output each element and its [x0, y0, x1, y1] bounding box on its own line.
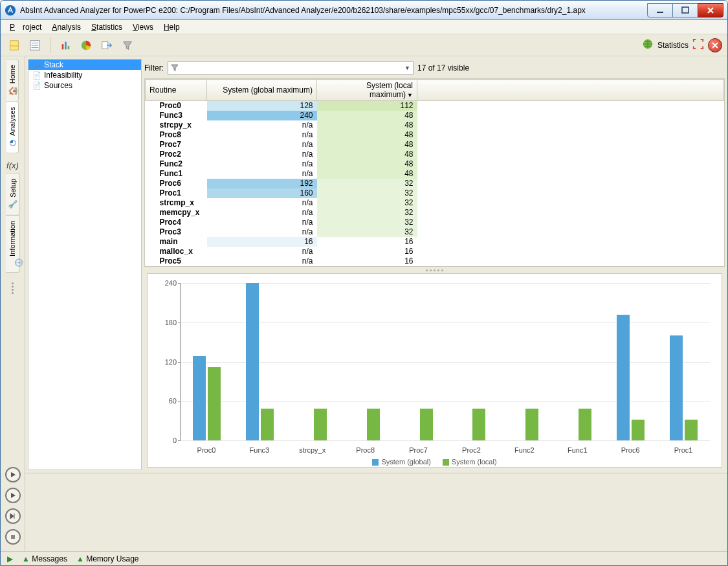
globe-icon: [642, 38, 654, 52]
table-row[interactable]: Proc5n/a16: [146, 256, 724, 266]
table-row[interactable]: memcpy_xn/a32: [146, 208, 724, 218]
cell-local: 112: [317, 101, 417, 111]
table-row[interactable]: Func1n/a48: [146, 169, 724, 179]
menu-help[interactable]: Help: [160, 21, 184, 33]
header-local[interactable]: System (local maximum)▼: [317, 80, 417, 101]
cell-local: 32: [317, 218, 417, 227]
doc-icon: 📄: [32, 81, 41, 90]
cell-routine: Proc0: [146, 101, 207, 111]
bar-global: [193, 356, 206, 440]
svg-rect-7: [65, 41, 67, 49]
cell-routine: Proc4: [146, 218, 207, 227]
table-row[interactable]: Func324048: [146, 111, 724, 120]
status-memory[interactable]: ▲ Memory Usage: [76, 554, 139, 563]
menu-analysis[interactable]: Analysis: [48, 21, 85, 33]
table-row[interactable]: Proc2n/a48: [146, 150, 724, 159]
menu-views[interactable]: Views: [129, 21, 157, 33]
cell-routine: Func1: [146, 169, 207, 179]
table-row[interactable]: strcpy_xn/a48: [146, 120, 724, 130]
cell-routine: main: [146, 237, 207, 247]
rail-tab-analyses[interactable]: ◔Analyses: [6, 101, 19, 153]
bar-group: [657, 283, 710, 440]
cell-global: n/a: [207, 140, 317, 150]
tree-label: Sources: [44, 81, 72, 90]
x-axis-labels: Proc0Func3strcpy_xProc8Proc7Proc2Func2Fu…: [180, 446, 710, 454]
tool-barchart-icon[interactable]: [57, 37, 74, 54]
rail-tab-information[interactable]: ⓘInformation: [6, 215, 20, 273]
table-row[interactable]: strcmp_xn/a32: [146, 198, 724, 208]
table-row[interactable]: Proc7n/a48: [146, 140, 724, 150]
table-row[interactable]: Proc116032: [146, 188, 724, 198]
cell-routine: Proc2: [146, 150, 207, 159]
table-row[interactable]: Proc619232: [146, 179, 724, 188]
x-label: strcpy_x: [286, 446, 339, 454]
visible-count: 17 of 17 visible: [417, 63, 469, 73]
splitter[interactable]: [144, 267, 725, 273]
tool-list-icon[interactable]: [27, 37, 43, 54]
bar-local: [525, 409, 538, 440]
fullscreen-icon[interactable]: [692, 38, 704, 52]
filter-dropdown[interactable]: ▼: [168, 62, 414, 74]
tool-export-icon[interactable]: [98, 37, 115, 54]
table-row[interactable]: Proc0128112: [146, 101, 724, 111]
table-row[interactable]: Proc4n/a32: [146, 218, 724, 227]
svg-rect-13: [34, 66, 36, 69]
svg-rect-15: [39, 62, 41, 69]
cell-routine: Proc1: [146, 188, 207, 198]
cell-global: n/a: [207, 256, 317, 266]
svg-rect-1: [657, 12, 663, 13]
rail-tab-home[interactable]: 🏠Home: [6, 59, 19, 102]
tree-item-stack[interactable]: Stack: [28, 60, 141, 70]
cell-routine: Func3: [146, 111, 207, 120]
sort-desc-icon: ▼: [407, 92, 413, 98]
run-button[interactable]: [5, 467, 21, 482]
step-button[interactable]: [5, 508, 21, 524]
table-row[interactable]: malloc_xn/a16: [146, 247, 724, 256]
analyses-icon: ◔: [8, 139, 17, 148]
table-row[interactable]: Func2n/a48: [146, 159, 724, 169]
header-global[interactable]: System (global maximum): [207, 80, 317, 101]
cell-global: n/a: [207, 247, 317, 256]
svg-rect-8: [68, 45, 70, 49]
toolbar: Statistics: [1, 34, 727, 56]
fx-label: f(x): [6, 161, 19, 170]
status-messages[interactable]: ▲ Messages: [22, 554, 67, 563]
legend-global: System (global): [372, 458, 430, 466]
table-row[interactable]: Proc3n/a32: [146, 227, 724, 237]
cell-global: 240: [207, 111, 317, 120]
bar-local: [314, 409, 327, 440]
tree-item-infeasibility[interactable]: 📄 Infeasibility: [28, 70, 141, 80]
play-icon[interactable]: ▶: [7, 554, 13, 563]
bar-group: [551, 283, 604, 440]
menu-statistics[interactable]: Statistics: [87, 21, 126, 33]
stack-icon: [32, 60, 41, 69]
cell-global: n/a: [207, 169, 317, 179]
minimize-button[interactable]: [647, 3, 673, 17]
cell-routine: Func2: [146, 159, 207, 169]
tool-piechart-icon[interactable]: [78, 37, 94, 54]
cell-global: n/a: [207, 159, 317, 169]
table-row[interactable]: main1616: [146, 237, 724, 247]
rail-tab-setup[interactable]: 🔧Setup: [6, 173, 20, 216]
svg-rect-4: [10, 45, 19, 49]
run-all-button[interactable]: [5, 488, 21, 503]
tree-item-sources[interactable]: 📄 Sources: [28, 80, 141, 91]
header-routine[interactable]: Routine: [146, 80, 207, 101]
cell-local: 48: [317, 120, 417, 130]
x-label: Proc8: [339, 446, 392, 454]
menu-project[interactable]: Project: [6, 21, 45, 33]
table-pane[interactable]: Routine System (global maximum) System (…: [144, 78, 725, 267]
bar-global: [617, 315, 630, 440]
close-button[interactable]: [698, 3, 723, 17]
maximize-button[interactable]: [672, 3, 698, 17]
tool-funnel-icon[interactable]: [119, 37, 136, 54]
table-row[interactable]: Proc8n/a48: [146, 130, 724, 140]
cell-global: n/a: [207, 130, 317, 140]
cell-routine: strcpy_x: [146, 120, 207, 130]
cell-local: 32: [317, 208, 417, 218]
close-panel-button[interactable]: [708, 38, 722, 52]
svg-rect-14: [36, 63, 38, 69]
tool-notes-icon[interactable]: [6, 37, 23, 54]
stop-button[interactable]: [5, 529, 21, 545]
cell-local: 32: [317, 227, 417, 237]
